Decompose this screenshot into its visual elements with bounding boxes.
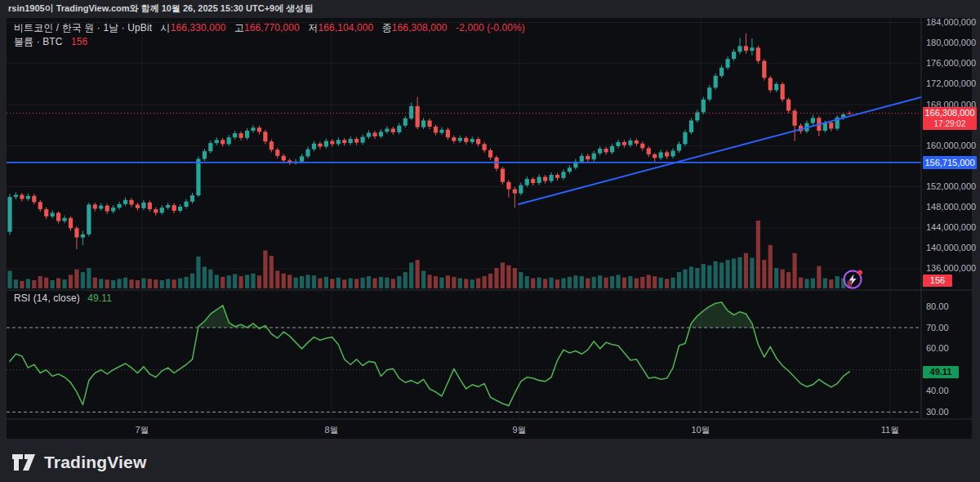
price-axis-label: 144,000,000 (926, 222, 977, 232)
symbol-title: 비트코인 / 한국 원 · 1날 · UpBit (14, 22, 152, 33)
rsi-axis-label: 60.00 (926, 343, 977, 353)
last-price-badge: 166,308,000 17:29:02 (923, 107, 977, 130)
attribution-text: rsin1905이 TradingView.com와 함께 10월 26, 20… (8, 2, 313, 15)
month-label: 11월 (881, 424, 899, 436)
price-axis-label: 184,000,000 (926, 17, 977, 27)
month-label: 7월 (135, 424, 149, 436)
price-axis-label: 136,000,000 (926, 263, 977, 273)
footer: TradingView (11, 449, 147, 476)
rsi-label: RSI (14, close) (14, 292, 80, 304)
high-label: 고 (234, 22, 244, 33)
open-label: 시 (161, 22, 171, 33)
rsi-axis-label: 30.00 (926, 407, 977, 417)
rsi-axis-label: 80.00 (926, 301, 977, 311)
low-value: 166,104,000 (318, 22, 373, 33)
price-axis-label: 180,000,000 (926, 38, 977, 47)
tradingview-brand-text: TradingView (44, 453, 147, 472)
price-axis-label: 140,000,000 (926, 243, 977, 252)
flash-button[interactable] (840, 266, 866, 292)
month-label: 10월 (691, 424, 710, 436)
rsi-overbought-fill (198, 302, 754, 328)
volume-value: 156 (71, 36, 87, 47)
rsi-axis-label: 70.00 (926, 323, 977, 332)
price-axis-label: 152,000,000 (926, 181, 977, 191)
open-value: 166,330,000 (171, 22, 226, 33)
volume-legend: 볼륨 · BTC 156 (14, 35, 87, 49)
change-value: -2,000 (-0.00%) (456, 22, 525, 33)
month-label: 9월 (512, 424, 526, 436)
last-price-value: 166,308,000 (923, 108, 977, 118)
rsi-value-badge: 49.11 (923, 366, 959, 378)
low-label: 저 (308, 22, 318, 33)
candlestick-series (7, 33, 851, 249)
tradingview-snapshot: { "meta": { "attribution": "rsin1905이 Tr… (0, 0, 980, 482)
bar-countdown: 17:29:02 (923, 118, 977, 129)
month-label: 8월 (324, 424, 338, 436)
grid (7, 18, 921, 418)
volume-series (7, 221, 851, 288)
price-axis-label: 172,000,000 (926, 78, 977, 88)
close-value: 166,308,000 (392, 22, 448, 33)
price-axis-label: 176,000,000 (926, 58, 977, 68)
lightning-icon (849, 274, 857, 286)
rsi-legend: RSI (14, close) 49.11 (14, 292, 112, 304)
close-label: 종 (382, 22, 392, 33)
high-value: 166,770,000 (244, 22, 300, 33)
tradingview-logo-icon (11, 453, 36, 471)
price-axis-label: 160,000,000 (926, 141, 977, 150)
notification-dot (858, 270, 862, 275)
rsi-value: 49.11 (87, 292, 112, 304)
price-axis-label: 148,000,000 (926, 202, 977, 212)
horizontal-line-badge: 156,715,000 (923, 156, 977, 169)
volume-badge: 156 (923, 274, 952, 287)
chart-canvas[interactable] (0, 0, 980, 482)
rsi-axis-label: 40.00 (926, 386, 977, 395)
volume-label: 볼륨 · BTC (14, 36, 62, 47)
symbol-legend: 비트코인 / 한국 원 · 1날 · UpBit 시166,330,000 고1… (14, 21, 525, 35)
